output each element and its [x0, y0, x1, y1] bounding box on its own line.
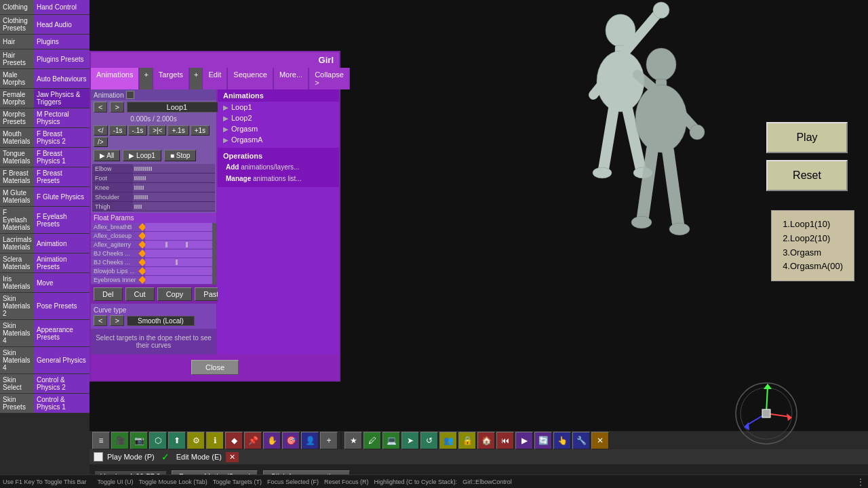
anim-item-orgasm[interactable]: ▶ Orgasm	[218, 123, 339, 134]
sidebar-left-m-glute[interactable]: M Glute Materials	[0, 187, 34, 206]
tab-targets-plus[interactable]: +	[190, 68, 202, 89]
sidebar-right-jaw-physics[interactable]: Jaw Physics & Triggers	[34, 89, 90, 108]
tab-more[interactable]: More...	[274, 68, 309, 89]
transport-start[interactable]: </	[94, 125, 108, 136]
toolbar-edit8-icon[interactable]: 🏠	[477, 432, 495, 449]
sidebar-left-morphs-presets[interactable]: Morphs Presets	[0, 108, 34, 127]
tab-animations-plus[interactable]: +	[140, 68, 152, 89]
toolbar-user-icon[interactable]: 👤	[301, 432, 319, 449]
transport-end[interactable]: />	[94, 137, 108, 147]
play-loop1-button[interactable]: ▶ Loop1	[123, 150, 161, 161]
toolbar-pin-icon[interactable]: 📌	[244, 432, 262, 449]
toolbar-edit14-icon[interactable]: ✕	[591, 432, 609, 449]
cut-button[interactable]: Cut	[125, 287, 155, 301]
sidebar-item-clothing[interactable]: Clothing Hand Control	[0, 0, 90, 15]
sidebar-right-m-pectoral[interactable]: M Pectoral Physics	[34, 108, 90, 127]
sidebar-right-general-physics[interactable]: General Physics	[34, 347, 90, 373]
sidebar-left-skin-presets[interactable]: Skin Presets	[0, 394, 34, 413]
sidebar-right-pose-presets[interactable]: Pose Presets	[34, 293, 90, 319]
toolbar-camera-icon[interactable]: 🎥	[111, 432, 129, 449]
loop-name-input[interactable]	[127, 102, 227, 113]
toolbar-info-icon[interactable]: ℹ	[206, 432, 224, 449]
del-button[interactable]: Del	[94, 287, 123, 301]
sidebar-item-hair[interactable]: Hair Plugins	[0, 35, 90, 49]
sidebar-item-clothing-presets[interactable]: Clothing Presets Head Audio	[0, 15, 90, 35]
sidebar-item-f-breast-materials[interactable]: F Breast Materials F Breast Presets	[0, 167, 90, 187]
sidebar-left-mouth-materials[interactable]: Mouth Materials	[0, 128, 34, 147]
toolbar-gear-icon[interactable]: ⚙	[187, 432, 205, 449]
toolbar-edit9-icon[interactable]: ⏮	[496, 432, 514, 449]
sidebar-left-male-morphs[interactable]: Male Morphs	[0, 69, 34, 88]
sidebar-left-female-morphs[interactable]: Female Morphs	[0, 89, 34, 108]
curve-prev-button[interactable]: <	[94, 315, 107, 326]
sidebar-left-clothing-presets[interactable]: Clothing Presets	[0, 15, 34, 34]
toolbar-hand-icon[interactable]: ✋	[263, 432, 281, 449]
anim-item-orgasma[interactable]: ▶ OrgasmA	[218, 134, 339, 145]
sidebar-right-plugins[interactable]: Plugins	[34, 35, 90, 49]
sidebar-item-mouth-materials[interactable]: Mouth Materials F Breast Physics 2	[0, 128, 90, 148]
transport-plus1s[interactable]: +1s	[191, 125, 210, 136]
sidebar-right-appearance[interactable]: Appearance Presets	[34, 320, 90, 346]
ops-manage-item[interactable]: Manage animations list...	[220, 173, 336, 184]
toolbar-edit3-icon[interactable]: 💻	[382, 432, 400, 449]
float-scrollbar[interactable]	[212, 223, 216, 285]
tab-targets[interactable]: Targets	[153, 68, 189, 89]
toolbar-edit13-icon[interactable]: 🔧	[572, 432, 590, 449]
nav-prev-button[interactable]: <	[94, 102, 107, 113]
sidebar-right-animation-presets[interactable]: Animation Presets	[34, 253, 90, 272]
sidebar-item-male-morphs[interactable]: Male Morphs Auto Behaviours	[0, 69, 90, 89]
sidebar-right-f-breast-2[interactable]: F Breast Physics 2	[34, 128, 90, 147]
toolbar-up-icon[interactable]: ⬆	[168, 432, 186, 449]
play-all-button[interactable]: ▶ All	[94, 150, 120, 161]
ops-add-item[interactable]: Add animations/layers...	[220, 161, 336, 173]
sidebar-item-skin-presets[interactable]: Skin Presets Control & Physics 1	[0, 394, 90, 413]
sidebar-item-iris[interactable]: Iris Materials Move	[0, 273, 90, 293]
curve-input[interactable]: Smooth (Local)	[127, 316, 195, 326]
sidebar-item-skin-materials-2[interactable]: Skin Materials 2 Pose Presets	[0, 293, 90, 320]
toolbar-edit1-icon[interactable]: ★	[344, 432, 362, 449]
sidebar-left-iris[interactable]: Iris Materials	[0, 273, 34, 292]
sidebar-item-female-morphs[interactable]: Female Morphs Jaw Physics & Triggers	[0, 89, 90, 108]
nav-next-button[interactable]: >	[110, 102, 123, 113]
transport-plus01s[interactable]: +.1s	[167, 125, 189, 136]
sidebar-left-lacrimals[interactable]: Lacrimals Materials	[0, 234, 34, 253]
sidebar-right-f-glute[interactable]: F Glute Physics	[34, 187, 90, 206]
reset-button[interactable]: Reset	[766, 160, 848, 191]
toolbar-edit10-icon[interactable]: ▶	[515, 432, 533, 449]
sidebar-item-skin-materials-4[interactable]: Skin Materials 4 Appearance Presets	[0, 320, 90, 347]
sidebar-left-hair[interactable]: Hair	[0, 35, 34, 49]
sidebar-item-lacrimals[interactable]: Lacrimals Materials Animation	[0, 234, 90, 253]
toolbar-edit5-icon[interactable]: ↺	[420, 432, 438, 449]
sidebar-right-auto-behaviours[interactable]: Auto Behaviours	[34, 69, 90, 88]
toolbar-diamond-icon[interactable]: ◆	[225, 432, 243, 449]
tab-animations[interactable]: Animations	[91, 68, 139, 89]
play-mode-checkbox[interactable]	[94, 452, 103, 462]
sidebar-right-control-physics-1[interactable]: Control & Physics 1	[34, 394, 90, 413]
sidebar-left-skin-materials-2[interactable]: Skin Materials 2	[0, 293, 34, 319]
curve-next-button[interactable]: >	[110, 315, 123, 326]
sidebar-right-f-breast-presets[interactable]: F Breast Presets	[34, 167, 90, 186]
sidebar-item-f-eyelash[interactable]: F Eyelash Materials F Eyelash Presets	[0, 207, 90, 234]
sidebar-right-animation[interactable]: Animation	[34, 234, 90, 253]
sidebar-item-hair-presets[interactable]: Hair Presets Plugins Presets	[0, 49, 90, 69]
toolbar-edit2-icon[interactable]: 🖊	[363, 432, 381, 449]
toolbar-edit7-icon[interactable]: 🔒	[458, 432, 476, 449]
tab-edit[interactable]: Edit	[203, 68, 227, 89]
toolbar-edit4-icon[interactable]: ➤	[401, 432, 419, 449]
animation-checkbox[interactable]	[126, 91, 134, 99]
stop-button[interactable]: ■ Stop	[164, 150, 196, 161]
tab-sequence[interactable]: Sequence	[228, 68, 273, 89]
sidebar-left-f-eyelash[interactable]: F Eyelash Materials	[0, 207, 34, 233]
toolbar-edit6-icon[interactable]: 👥	[439, 432, 457, 449]
toolbar-target-icon[interactable]: 🎯	[282, 432, 300, 449]
sidebar-item-skin-materials-5[interactable]: Skin Materials 4 General Physics	[0, 347, 90, 374]
sidebar-left-hair-presets[interactable]: Hair Presets	[0, 49, 34, 68]
toolbar-star-icon[interactable]: ⬡	[149, 432, 167, 449]
anim-item-loop1[interactable]: ▶ Loop1	[218, 102, 339, 113]
sidebar-right-move[interactable]: Move	[34, 273, 90, 292]
toolbar-edit11-icon[interactable]: 🔄	[534, 432, 552, 449]
sidebar-left-skin-materials-4[interactable]: Skin Materials 4	[0, 320, 34, 346]
sidebar-left-f-breast-materials[interactable]: F Breast Materials	[0, 167, 34, 186]
toolbar-scene-icon[interactable]: 📷	[130, 432, 148, 449]
toolbar-edit12-icon[interactable]: 👆	[553, 432, 571, 449]
